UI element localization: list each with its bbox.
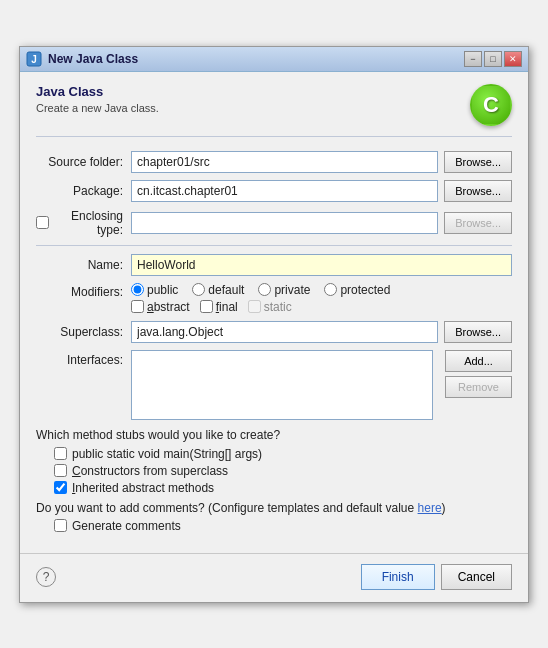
header-section: Java Class Create a new Java class. C xyxy=(36,84,512,137)
comments-question-end: ) xyxy=(442,501,446,515)
title-bar-left: J New Java Class xyxy=(26,51,138,67)
interfaces-add-button[interactable]: Add... xyxy=(445,350,512,372)
modifier-default-label[interactable]: default xyxy=(192,283,244,297)
enclosing-type-label: Enclosing type: xyxy=(36,209,131,237)
stub-constructors-checkbox[interactable] xyxy=(54,464,67,477)
close-button[interactable]: ✕ xyxy=(504,51,522,67)
superclass-row: Superclass: Browse... xyxy=(36,321,512,343)
source-folder-row: Source folder: Browse... xyxy=(36,151,512,173)
separator-1 xyxy=(36,245,512,246)
stub-inherited-label: Inherited abstract methods xyxy=(72,481,214,495)
modifier-final-checkbox[interactable] xyxy=(200,300,213,313)
bottom-bar: ? Finish Cancel xyxy=(20,553,528,602)
superclass-label: Superclass: xyxy=(36,325,131,339)
title-bar: J New Java Class − □ ✕ xyxy=(20,47,528,72)
action-buttons: Finish Cancel xyxy=(361,564,512,590)
java-logo: C xyxy=(470,84,512,126)
modifier-default-radio[interactable] xyxy=(192,283,205,296)
stub-constructors-row: Constructors from superclass xyxy=(54,464,512,478)
package-field: Browse... xyxy=(131,180,512,202)
modifier-public-radio[interactable] xyxy=(131,283,144,296)
comments-link[interactable]: here xyxy=(418,501,442,515)
interfaces-buttons: Add... Remove xyxy=(445,350,512,398)
interfaces-field: Add... Remove xyxy=(131,350,512,420)
modifier-private-label[interactable]: private xyxy=(258,283,310,297)
interfaces-remove-button[interactable]: Remove xyxy=(445,376,512,398)
enclosing-type-input[interactable] xyxy=(131,212,438,234)
enclosing-type-field: Browse... xyxy=(131,212,512,234)
svg-text:J: J xyxy=(31,54,37,65)
name-label: Name: xyxy=(36,258,131,272)
generate-comments-row: Generate comments xyxy=(54,519,512,533)
comments-section: Do you want to add comments? (Configure … xyxy=(36,501,512,515)
package-row: Package: Browse... xyxy=(36,180,512,202)
modifiers-extra-row: abstract final static xyxy=(131,300,512,314)
superclass-browse-button[interactable]: Browse... xyxy=(444,321,512,343)
modifiers-label: Modifiers: xyxy=(36,283,131,299)
package-input[interactable] xyxy=(131,180,438,202)
stub-main-label: public static void main(String[] args) xyxy=(72,447,262,461)
name-row: Name: xyxy=(36,254,512,276)
interfaces-textarea[interactable] xyxy=(131,350,433,420)
modifier-protected-label[interactable]: protected xyxy=(324,283,390,297)
enclosing-type-browse-button[interactable]: Browse... xyxy=(444,212,512,234)
dialog-new-java-class: J New Java Class − □ ✕ Java Class Create… xyxy=(19,46,529,603)
superclass-field: Browse... xyxy=(131,321,512,343)
modifiers-row: Modifiers: public default private xyxy=(36,283,512,314)
source-folder-input[interactable] xyxy=(131,151,438,173)
generate-comments-checkbox[interactable] xyxy=(54,519,67,532)
source-folder-label: Source folder: xyxy=(36,155,131,169)
source-folder-browse-button[interactable]: Browse... xyxy=(444,151,512,173)
help-button[interactable]: ? xyxy=(36,567,56,587)
name-input[interactable] xyxy=(131,254,512,276)
stubs-section: Which method stubs would you like to cre… xyxy=(36,428,512,495)
enclosing-type-row: Enclosing type: Browse... xyxy=(36,209,512,237)
stub-main-row: public static void main(String[] args) xyxy=(54,447,512,461)
stub-main-checkbox[interactable] xyxy=(54,447,67,460)
title-label: New Java Class xyxy=(48,52,138,66)
stub-constructors-label: Constructors from superclass xyxy=(72,464,228,478)
finish-button[interactable]: Finish xyxy=(361,564,435,590)
generate-comments-label: Generate comments xyxy=(72,519,181,533)
modifier-private-radio[interactable] xyxy=(258,283,271,296)
stubs-label: Which method stubs would you like to cre… xyxy=(36,428,512,442)
cancel-button[interactable]: Cancel xyxy=(441,564,512,590)
modifiers-section: public default private protected xyxy=(131,283,512,314)
stub-inherited-checkbox[interactable] xyxy=(54,481,67,494)
package-browse-button[interactable]: Browse... xyxy=(444,180,512,202)
dialog-icon: J xyxy=(26,51,42,67)
comments-question: Do you want to add comments? (Configure … xyxy=(36,501,418,515)
maximize-button[interactable]: □ xyxy=(484,51,502,67)
modifiers-access-row: public default private protected xyxy=(131,283,512,297)
minimize-button[interactable]: − xyxy=(464,51,482,67)
source-folder-field: Browse... xyxy=(131,151,512,173)
package-label: Package: xyxy=(36,184,131,198)
header-text: Java Class Create a new Java class. xyxy=(36,84,159,114)
stub-inherited-row: Inherited abstract methods xyxy=(54,481,512,495)
modifier-abstract-label[interactable]: abstract xyxy=(131,300,190,314)
title-controls: − □ ✕ xyxy=(464,51,522,67)
interfaces-row: Interfaces: Add... Remove xyxy=(36,350,512,420)
enclosing-type-checkbox[interactable] xyxy=(36,216,49,229)
modifier-abstract-checkbox[interactable] xyxy=(131,300,144,313)
modifier-protected-radio[interactable] xyxy=(324,283,337,296)
interfaces-label: Interfaces: xyxy=(36,350,131,367)
dialog-content: Java Class Create a new Java class. C So… xyxy=(20,72,528,545)
superclass-input[interactable] xyxy=(131,321,438,343)
name-field xyxy=(131,254,512,276)
modifier-public-label[interactable]: public xyxy=(131,283,178,297)
modifier-static-label: static xyxy=(248,300,292,314)
header-subtitle: Create a new Java class. xyxy=(36,102,159,114)
header-title: Java Class xyxy=(36,84,159,99)
modifier-static-checkbox[interactable] xyxy=(248,300,261,313)
modifier-final-label[interactable]: final xyxy=(200,300,238,314)
